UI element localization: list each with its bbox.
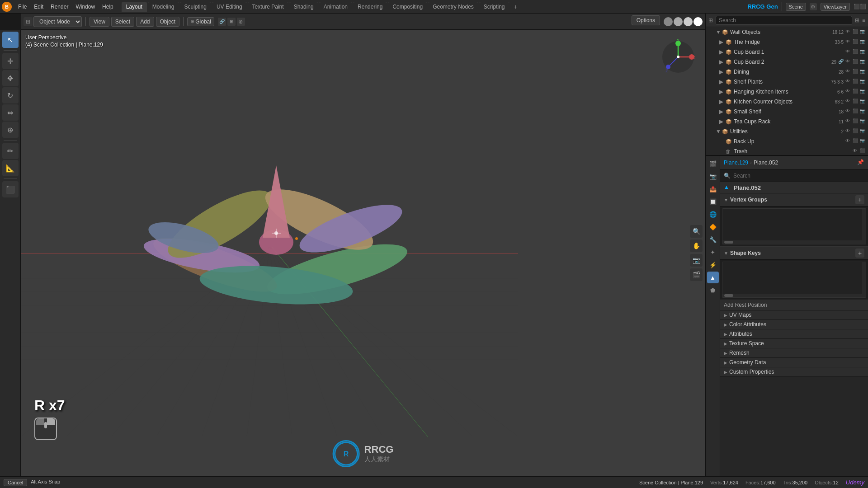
tab-compositing[interactable]: Compositing: [388, 2, 427, 12]
render-btn-dining[interactable]: 📷: [860, 69, 866, 75]
prop-view-layer-btn[interactable]: 🔲: [707, 196, 719, 207]
prop-scene-btn[interactable]: 🎬: [707, 158, 719, 169]
outliner-item-dining[interactable]: ▶ 📦 Dining 28 👁 ⬛ 📷: [706, 67, 868, 77]
scene-select[interactable]: Scene: [786, 3, 806, 11]
tool-annotate[interactable]: ✏: [2, 143, 19, 159]
add-workspace-button[interactable]: +: [510, 2, 521, 12]
editor-type-btn[interactable]: ⊞: [24, 17, 33, 26]
outliner-item-tea-cups[interactable]: ▶ 📦 Tea Cups Rack 11 👁 ⬛ 📷: [706, 117, 868, 127]
render-btn-cb2[interactable]: 📷: [860, 59, 866, 65]
tab-uv-editing[interactable]: UV Editing: [212, 2, 247, 12]
prop-output-btn[interactable]: 📤: [707, 183, 719, 195]
tab-shading[interactable]: Shading: [289, 2, 318, 12]
viewport-btn-plants[interactable]: ⬛: [853, 79, 859, 85]
visibility-btn-trash[interactable]: 👁: [853, 148, 859, 155]
shading-rendered-btn[interactable]: [693, 17, 703, 26]
prop-particles-btn[interactable]: ✦: [707, 246, 719, 258]
tab-animation[interactable]: Animation: [319, 2, 352, 12]
tab-rendering[interactable]: Rendering: [353, 2, 387, 12]
viewport-btn-dining[interactable]: ⬛: [853, 69, 859, 75]
prop-modifier-btn[interactable]: 🔧: [707, 234, 719, 245]
prop-object-btn[interactable]: 🔶: [707, 221, 719, 233]
outliner-item-small-shelf[interactable]: ▶ 📦 Small Shelf 18 👁 ⬛ 📷: [706, 107, 868, 117]
visibility-btn-fridge[interactable]: 👁: [845, 39, 852, 45]
remesh-row[interactable]: ▶ Remesh: [720, 348, 868, 358]
viewport-3d[interactable]: User Perspective (4) Scene Collection | …: [21, 30, 705, 476]
tab-modeling[interactable]: Modeling: [148, 2, 179, 12]
shading-wireframe-btn[interactable]: [664, 17, 673, 26]
viewport-pan-btn[interactable]: ✋: [690, 239, 703, 252]
shape-keys-add-btn[interactable]: +: [855, 249, 864, 258]
tab-texture-paint[interactable]: Texture Paint: [248, 2, 288, 12]
outliner-item-hanging[interactable]: ▶ 📦 Hanging Kitchen Items 6·6 👁 ⬛ 📷: [706, 87, 868, 97]
viewport-btn-sshelf[interactable]: ⬛: [853, 108, 859, 115]
viewport-btn[interactable]: ⬛: [853, 29, 859, 35]
outliner-item-counter[interactable]: ▶ 📦 Kitchen Counter Objects 63·2 👁 ⬛ 📷: [706, 97, 868, 107]
add-rest-position-btn[interactable]: Add Rest Position: [720, 300, 868, 310]
menu-file[interactable]: File: [14, 3, 30, 11]
outliner-settings-btn[interactable]: ≡: [862, 17, 865, 23]
outliner-item-wall-objects[interactable]: ▼ 📦 Wall Objects 18·12 👁 ⬛ 📷: [706, 27, 868, 37]
tool-cursor[interactable]: ✛: [2, 53, 19, 69]
vg-scrollbar-v[interactable]: [862, 209, 866, 244]
render-btn-util[interactable]: 📷: [860, 128, 866, 135]
viewport-btn-tea[interactable]: ⬛: [853, 118, 859, 125]
outliner-item-shelf-plants[interactable]: ▶ 📦 Shelf Plants 75·3·3 👁 ⬛ 📷: [706, 77, 868, 87]
texture-space-row[interactable]: ▶ Texture Space: [720, 339, 868, 348]
menu-edit[interactable]: Edit: [30, 3, 47, 11]
render-btn-hang[interactable]: 📷: [860, 89, 866, 95]
menu-render[interactable]: Render: [47, 3, 72, 11]
attributes-row[interactable]: ▶ Attributes: [720, 329, 868, 339]
visibility-btn-dining[interactable]: 👁: [845, 69, 852, 75]
tool-select[interactable]: ↖: [2, 32, 19, 48]
props-search-input[interactable]: [733, 173, 864, 179]
visibility-btn-tea[interactable]: 👁: [845, 118, 852, 125]
outliner-item-utilities[interactable]: ▼ 📦 Utilities 2 👁 ⬛ 📷: [706, 127, 868, 136]
outliner-item-cupboard2[interactable]: ▶ 📦 Cup Board 2 29 🔗 👁 ⬛ 📷: [706, 57, 868, 67]
prop-render-btn[interactable]: 📷: [707, 170, 719, 182]
outliner-item-cupboard1[interactable]: ▶ 📦 Cup Board 1 👁 ⬛ 📷: [706, 47, 868, 57]
viewport-camera-btn[interactable]: 📷: [690, 254, 703, 267]
viewport-btn-fridge[interactable]: ⬛: [853, 39, 859, 45]
viewport-btn-counter[interactable]: ⬛: [853, 99, 859, 105]
outliner-item-backup[interactable]: 📦 Back Up 👁 ⬛ 📷: [706, 136, 868, 146]
visibility-btn-cb1[interactable]: 👁: [845, 49, 852, 55]
outliner-search-input[interactable]: [716, 16, 852, 25]
menu-window[interactable]: Window: [72, 3, 99, 11]
tool-measure[interactable]: 📐: [2, 160, 19, 176]
mode-select[interactable]: Object Mode: [33, 16, 82, 27]
visibility-btn-bu[interactable]: 👁: [845, 138, 852, 145]
pivot-control[interactable]: ⊕ Global: [187, 17, 214, 26]
tab-geometry-nodes[interactable]: Geometry Nodes: [428, 2, 478, 12]
tool-rotate[interactable]: ↻: [2, 87, 19, 103]
visibility-btn-counter[interactable]: 👁: [845, 99, 852, 105]
proportional-btn[interactable]: ◎: [237, 18, 245, 26]
props-pin-btn[interactable]: 📌: [857, 159, 864, 166]
render-btn[interactable]: 📷: [860, 29, 866, 35]
tab-scripting[interactable]: Scripting: [479, 2, 509, 12]
tool-add-cube[interactable]: ⬛: [2, 181, 19, 197]
tab-sculpting[interactable]: Sculpting: [180, 2, 211, 12]
scene-settings-btn[interactable]: ⚙: [810, 3, 817, 10]
vertex-groups-scroll[interactable]: [722, 208, 866, 244]
vertex-groups-header[interactable]: ▼ Vertex Groups +: [720, 193, 868, 206]
render-btn-cb1[interactable]: 📷: [860, 49, 866, 55]
visibility-btn-sshelf[interactable]: 👁: [845, 108, 852, 115]
render-btn-tea[interactable]: 📷: [860, 118, 866, 125]
viewport-btn-cb1[interactable]: ⬛: [853, 49, 859, 55]
visibility-btn-cb2[interactable]: 👁: [845, 59, 852, 65]
tab-layout[interactable]: Layout: [122, 2, 147, 12]
uv-maps-row[interactable]: ▶ UV Maps: [720, 310, 868, 320]
options-btn[interactable]: Options: [632, 15, 660, 25]
snap-btn[interactable]: 🔗: [218, 18, 226, 26]
outliner-item-trash[interactable]: 🗑 Trash 👁 ⬛: [706, 146, 868, 155]
tool-scale[interactable]: ⇔: [2, 104, 19, 121]
select-btn[interactable]: Select: [111, 17, 134, 27]
tool-transform[interactable]: ⊕: [2, 122, 19, 138]
shape-keys-scroll[interactable]: [722, 262, 866, 298]
geometry-data-row[interactable]: ▶ Geometry Data: [720, 358, 868, 367]
grid-btn[interactable]: ⊞: [227, 18, 236, 26]
viewport-btn-trash[interactable]: ⬛: [860, 148, 866, 155]
menu-help[interactable]: Help: [99, 3, 117, 11]
prop-physics-btn[interactable]: ⚡: [707, 259, 719, 271]
